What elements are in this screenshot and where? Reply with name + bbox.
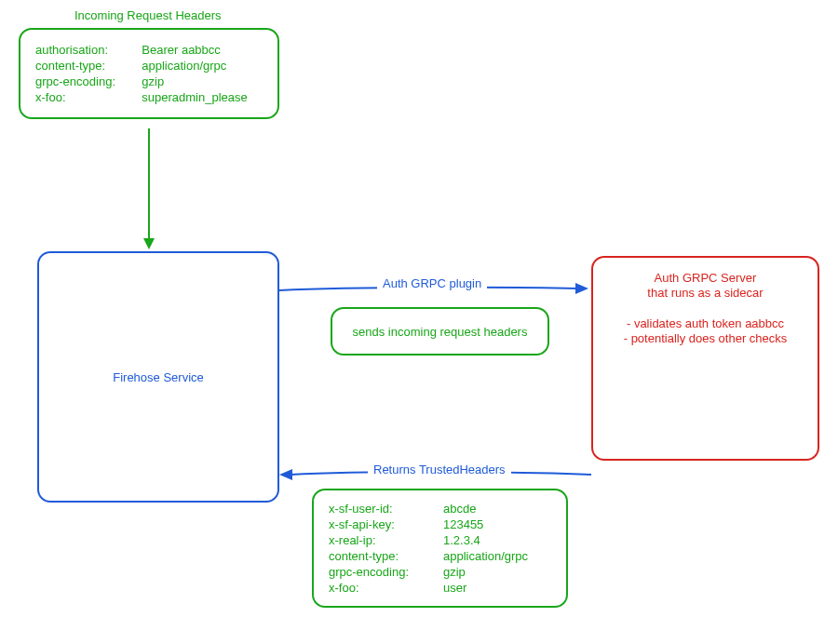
trusted-headers-box: x-sf-user-id: abcde x-sf-api-key: 123455…: [312, 489, 568, 608]
sends-headers-note-text: sends incoming request headers: [353, 325, 528, 339]
hdr-value: superadmin_please: [142, 90, 263, 104]
hdr-value: Bearer aabbcc: [142, 43, 263, 57]
th-value: 1.2.3.4: [443, 533, 551, 547]
th-value: application/grpc: [443, 549, 551, 563]
incoming-headers-box: authorisation: Bearer aabbcc content-typ…: [19, 28, 279, 119]
th-value: abcde: [443, 502, 551, 516]
th-value: gzip: [443, 565, 551, 579]
auth-server-check: - potentially does other checks: [606, 331, 804, 346]
incoming-headers-title: Incoming Request Headers: [74, 9, 222, 23]
th-key: x-sf-api-key:: [329, 517, 432, 531]
th-key: content-type:: [329, 549, 432, 563]
trusted-headers-kv: x-sf-user-id: abcde x-sf-api-key: 123455…: [329, 502, 551, 595]
auth-server-title-l2: that runs as a sidecar: [647, 286, 763, 300]
th-key: x-real-ip:: [329, 533, 432, 547]
hdr-key: authorisation:: [35, 43, 130, 57]
th-value: user: [443, 581, 551, 595]
hdr-key: grpc-encoding:: [35, 74, 130, 88]
th-key: x-sf-user-id:: [329, 502, 432, 516]
diagram-canvas: Incoming Request Headers authorisation: …: [0, 0, 838, 644]
hdr-value: application/grpc: [142, 59, 263, 73]
th-key: grpc-encoding:: [329, 565, 432, 579]
svg-marker-1: [575, 283, 588, 294]
arrow-label-auth-plugin: Auth GRPC plugin: [377, 277, 487, 291]
arrow-incoming-to-firehose: [140, 128, 168, 259]
svg-marker-0: [143, 238, 155, 249]
th-value: 123455: [443, 517, 551, 531]
incoming-headers-kv: authorisation: Bearer aabbcc content-typ…: [35, 43, 263, 104]
firehose-service-box: Firehose Service: [37, 251, 279, 503]
auth-server-title-l1: Auth GRPC Server: [655, 271, 757, 285]
auth-server-check: - validates auth token aabbcc: [606, 316, 804, 331]
auth-grpc-server-box: Auth GRPC Server that runs as a sidecar …: [591, 256, 819, 461]
sends-headers-note: sends incoming request headers: [331, 307, 549, 356]
hdr-key: x-foo:: [35, 90, 130, 104]
hdr-key: content-type:: [35, 59, 130, 73]
svg-marker-2: [279, 469, 292, 480]
th-key: x-foo:: [329, 581, 432, 595]
hdr-value: gzip: [142, 74, 263, 88]
arrow-label-returns-trusted: Returns TrustedHeaders: [368, 463, 511, 477]
firehose-service-label: Firehose Service: [113, 370, 204, 384]
